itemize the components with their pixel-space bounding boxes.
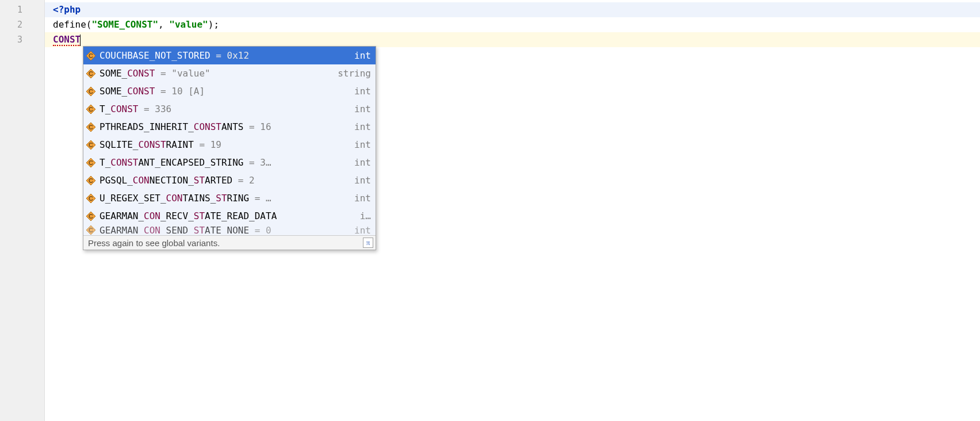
completion-item[interactable]: C T_CONSTANT_ENCAPSED_STRING = 3…int xyxy=(83,154,376,171)
completion-item-label: SOME_CONST = "value" xyxy=(99,68,332,79)
code-line[interactable]: define("SOME_CONST", "value"); xyxy=(45,17,980,32)
completion-item-type: int xyxy=(354,50,371,61)
editor-container: 1 2 3 <?php define("SOME_CONST", "value"… xyxy=(0,0,980,421)
completion-footer: Press again to see global variants. π xyxy=(83,235,376,250)
svg-text:C: C xyxy=(89,88,93,95)
completion-item[interactable]: C T_CONST = 336int xyxy=(83,100,376,118)
constant-icon: C xyxy=(86,225,96,235)
completion-item-label: SOME_CONST = 10 [A] xyxy=(99,86,349,97)
php-string: "value" xyxy=(169,19,208,30)
completion-item[interactable]: C SOME_CONST = "value"string xyxy=(83,64,376,82)
punct: , xyxy=(158,19,169,30)
constant-icon: C xyxy=(86,51,96,61)
completion-list[interactable]: C COUCHBASE_NOT_STORED = 0x12int C SOME_… xyxy=(83,47,376,235)
completion-item[interactable]: C PTHREADS_INHERIT_CONSTANTS = 16int xyxy=(83,118,376,136)
completion-item-label: GEARMAN_CON_SEND_STATE_NONE = 0 xyxy=(99,225,349,235)
completion-item-label: T_CONSTANT_ENCAPSED_STRING = 3… xyxy=(99,157,349,168)
svg-text:C: C xyxy=(89,195,93,202)
svg-text:C: C xyxy=(89,70,93,77)
completion-item-type: int xyxy=(354,86,371,97)
punct: ( xyxy=(86,19,92,30)
completion-item-label: T_CONST = 336 xyxy=(99,104,349,114)
constant-icon: C xyxy=(86,140,96,150)
completion-item[interactable]: C COUCHBASE_NOT_STORED = 0x12int xyxy=(83,47,376,64)
completion-item-label: PTHREADS_INHERIT_CONSTANTS = 16 xyxy=(99,121,349,132)
completion-item-label: GEARMAN_CON_RECV_STATE_READ_DATA xyxy=(99,210,354,221)
constant-icon: C xyxy=(86,211,96,221)
completion-item-type: string xyxy=(338,68,371,79)
punct: ; xyxy=(213,19,219,30)
php-open-tag: <?php xyxy=(53,4,81,15)
code-line[interactable]: <?php xyxy=(45,2,980,17)
completion-item-type: i… xyxy=(360,210,371,221)
typed-text: CONST xyxy=(53,34,81,46)
constant-icon: C xyxy=(86,104,96,114)
completion-item-type: int xyxy=(354,175,371,186)
constant-icon: C xyxy=(86,193,96,204)
text-caret xyxy=(80,35,81,46)
completion-item-type: int xyxy=(354,157,371,168)
completion-item-type: int xyxy=(354,139,371,150)
php-function: define xyxy=(53,19,86,30)
svg-text:C: C xyxy=(89,52,93,59)
completion-item-type: int xyxy=(354,225,371,235)
svg-text:C: C xyxy=(89,124,93,131)
constant-icon: C xyxy=(86,158,96,168)
punct: ) xyxy=(208,19,214,30)
completion-item-label: COUCHBASE_NOT_STORED = 0x12 xyxy=(99,50,349,61)
completion-item[interactable]: C U_REGEX_SET_CONTAINS_STRING = …int xyxy=(83,189,376,207)
constant-icon: C xyxy=(86,175,96,186)
completion-item-type: int xyxy=(354,104,371,114)
svg-text:C: C xyxy=(89,177,93,184)
constant-icon: C xyxy=(86,86,96,97)
completion-item[interactable]: C GEARMAN_CON_RECV_STATE_READ_DATAi… xyxy=(83,207,376,225)
completion-item[interactable]: C GEARMAN_CON_SEND_STATE_NONE = 0int xyxy=(83,225,376,235)
code-completion-popup[interactable]: C COUCHBASE_NOT_STORED = 0x12int C SOME_… xyxy=(83,46,376,250)
completion-hint: Press again to see global variants. xyxy=(88,238,220,248)
svg-text:C: C xyxy=(89,106,93,113)
completion-item[interactable]: C SOME_CONST = 10 [A]int xyxy=(83,82,376,100)
svg-text:C: C xyxy=(89,227,93,234)
line-number: 3 xyxy=(0,32,44,47)
svg-text:C: C xyxy=(89,141,93,148)
completion-item-label: U_REGEX_SET_CONTAINS_STRING = … xyxy=(99,193,349,204)
completion-item[interactable]: C PGSQL_CONNECTION_STARTED = 2int xyxy=(83,171,376,189)
constant-icon: C xyxy=(86,68,96,79)
constant-icon: C xyxy=(86,122,96,132)
completion-item-label: PGSQL_CONNECTION_STARTED = 2 xyxy=(99,175,349,186)
line-number: 2 xyxy=(0,17,44,32)
line-number: 1 xyxy=(0,2,44,17)
code-line-active[interactable]: CONST xyxy=(45,32,980,47)
svg-text:C: C xyxy=(89,213,93,220)
svg-text:C: C xyxy=(89,159,93,166)
line-number-gutter: 1 2 3 xyxy=(0,0,45,421)
pi-icon[interactable]: π xyxy=(363,238,373,248)
completion-item[interactable]: C SQLITE_CONSTRAINT = 19int xyxy=(83,136,376,154)
code-editor[interactable]: <?php define("SOME_CONST", "value"); CON… xyxy=(45,0,980,421)
completion-item-label: SQLITE_CONSTRAINT = 19 xyxy=(99,139,349,150)
completion-item-type: int xyxy=(354,193,371,204)
completion-item-type: int xyxy=(354,121,371,132)
php-string: "SOME_CONST" xyxy=(91,19,158,30)
